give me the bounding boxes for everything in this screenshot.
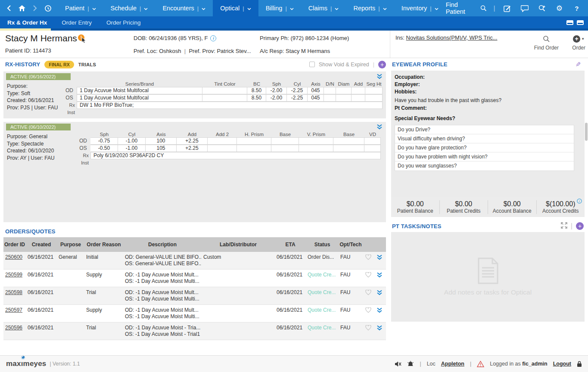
find-order-button[interactable]: Find Order [534,34,559,51]
favorite-button[interactable] [363,287,374,304]
history-icon[interactable] [42,3,53,14]
patient-id: Patient ID: 114473 [5,47,51,54]
favorite-heart-icon [365,290,371,295]
rx-info-line: Prov: PJS | User: FAU [7,104,62,112]
optical-subnav: Rx & Order HxOrder EntryOrder Pricing [0,16,588,28]
special-need-row[interactable]: Do you have problem with night vision? [395,152,574,161]
rx-cell: -1.00 [118,145,146,152]
order-id-cell: 250599 [3,270,26,287]
rx-cell [333,137,364,145]
order-lab-cell [202,270,275,287]
rx-cell [271,145,299,152]
separator: | [378,5,380,12]
special-need-row[interactable]: Visual difficulty when driving? [395,134,574,143]
chat-icon[interactable] [520,3,530,14]
description-od: OD: -1 Day Acuvue Moist - Tria... [125,325,200,331]
special-need-row[interactable]: Do you wear sunglasses? [395,161,574,170]
rx-header-cell: H. Prism [237,131,271,137]
rx-cell: +2.25 [177,137,208,145]
collapse-rx-button[interactable] [376,73,383,81]
favorite-button[interactable] [363,322,374,340]
rx-status-badge: ACTIVE (06/10/2022) [6,124,71,130]
orders-table: Order IDCreatedPurposeOrder ReasonDescri… [3,237,386,340]
add-task-button[interactable]: + [576,222,584,230]
account-credits-info-icon[interactable]: i [577,198,582,205]
chevron-down-icon [435,5,439,12]
top-navbar: Patient|Schedule|Encounters|Optical|Bill… [0,0,588,16]
order-row[interactable]: 25060006/16/2021GeneralInitialOD: Genera… [3,252,386,270]
expand-order-button[interactable] [374,270,385,287]
special-need-row[interactable]: Do you Drive? [395,125,574,134]
app-window: Patient|Schedule|Encounters|Optical|Bill… [0,0,588,372]
alarm-icon[interactable] [407,361,414,367]
order-id-link[interactable]: 250598 [5,289,22,295]
orders-quotes-title: ORDERS/QUOTES [5,228,389,235]
insurance-link[interactable]: Novitas Solutions(PM)/V, WPS Tric... [406,34,498,41]
nav-item-encounters[interactable]: Encounters| [155,0,213,16]
logout-link[interactable]: Logout [553,361,571,367]
order-id-link[interactable]: 250599 [5,272,22,278]
back-icon[interactable] [3,3,15,14]
order-id-link[interactable]: 250600 [5,254,22,260]
subtab-order-entry[interactable]: Order Entry [54,16,99,28]
nav-item-reports[interactable]: Reports| [346,0,394,16]
nav-item-billing[interactable]: Billing| [258,0,301,16]
rx-cell [364,137,381,145]
nav-item-claims[interactable]: Claims| [301,0,346,16]
subtab-rx-order-hx[interactable]: Rx & Order Hx [0,16,54,28]
favorite-button[interactable] [363,252,374,269]
window-tile-icon[interactable] [566,20,573,25]
dob-info-icon[interactable]: i [210,35,216,41]
subtab-order-pricing[interactable]: Order Pricing [99,16,148,28]
collapse-rx-button[interactable] [376,124,383,131]
window-restore-icon[interactable] [577,20,584,25]
order-id-link[interactable]: 250596 [5,325,22,331]
balance-label: Account Credits [537,208,585,214]
order-button[interactable]: +▼ Order [572,34,585,51]
expand-icon[interactable] [561,222,567,230]
order-purpose-cell: General [57,252,84,269]
settings-gear-icon[interactable]: ⚙ [554,3,564,14]
favorite-button[interactable] [363,270,374,287]
special-need-row[interactable]: Do you have glare protection? [395,143,574,152]
trials-tab[interactable]: TRIALS [78,62,96,67]
expand-order-button[interactable] [374,252,385,269]
order-id-link[interactable]: 250597 [5,307,22,313]
final-rx-tab[interactable]: FINAL RX [44,61,74,68]
order-reason-cell: Initial [84,252,123,269]
expand-order-button[interactable] [374,287,385,304]
favorite-button[interactable] [363,305,374,322]
chevron-down-icon [144,5,148,12]
location-link[interactable]: Appleton [441,361,464,367]
mute-icon[interactable] [395,361,401,367]
forward-icon[interactable] [29,3,40,14]
edit-pencil-icon[interactable]: ✎ [576,61,581,68]
find-patient-button[interactable]: Find Patient [446,1,487,15]
pt-tasks-panel: Add notes or tasks for Optical [391,232,585,322]
glasses-trouble-question: Have you had trouble in the past with gl… [395,97,580,103]
nav-item-schedule[interactable]: Schedule| [103,0,156,16]
rx-header-cell: BC [247,81,266,87]
order-row[interactable]: 25059706/16/2021SupplyOD: -1 Day Acuvue … [3,305,386,322]
description-os: OS: -1 Day Acuvue Moist Multi... [125,278,200,285]
compose-icon[interactable] [502,3,512,14]
nav-item-patient[interactable]: Patient| [58,0,103,16]
rx-cell [364,145,381,152]
order-row[interactable]: 25059906/16/2021SupplyOD: -1 Day Acuvue … [3,270,386,287]
home-icon[interactable] [16,3,28,14]
search-plus-icon[interactable] [537,3,547,14]
patient-dob: DOB: 06/24/1936 (85 YRS), F i [134,35,216,41]
nav-item-inventory[interactable]: Inventory| [394,0,446,16]
order-row[interactable]: 25059806/16/2021TrialOD: -1 Day Acuvue M… [3,287,386,305]
chevron-down-icon [92,5,96,12]
add-rx-button[interactable]: + [378,61,386,68]
show-void-checkbox[interactable] [309,62,315,67]
expand-order-button[interactable] [374,322,385,340]
vertical-scrollbar-thumb[interactable] [585,123,588,141]
rx-grid: SphCylAxisAddAdd 2H. PrismBaseV. PrismBa… [76,131,383,167]
order-row[interactable]: 25059606/16/2021TrialOD: -1 Day Acuvue M… [3,322,386,340]
expand-order-button[interactable] [374,305,385,322]
balance-label: Patient Credits [440,208,488,214]
nav-item-optical[interactable]: Optical| [213,0,258,16]
help-icon[interactable]: ? [572,3,582,14]
